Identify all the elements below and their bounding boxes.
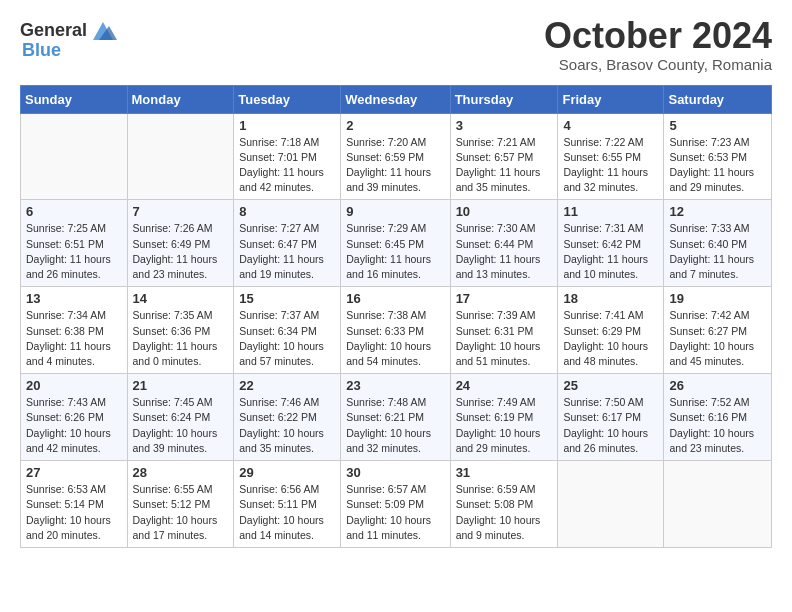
day-number: 27 — [26, 465, 122, 480]
day-detail: Sunrise: 7:49 AM Sunset: 6:19 PM Dayligh… — [456, 395, 553, 456]
day-number: 10 — [456, 204, 553, 219]
day-detail: Sunrise: 7:39 AM Sunset: 6:31 PM Dayligh… — [456, 308, 553, 369]
weekday-header: Thursday — [450, 85, 558, 113]
logo: General Blue — [20, 16, 117, 61]
day-detail: Sunrise: 7:30 AM Sunset: 6:44 PM Dayligh… — [456, 221, 553, 282]
day-detail: Sunrise: 7:33 AM Sunset: 6:40 PM Dayligh… — [669, 221, 766, 282]
calendar-cell: 1Sunrise: 7:18 AM Sunset: 7:01 PM Daylig… — [234, 113, 341, 200]
day-detail: Sunrise: 7:29 AM Sunset: 6:45 PM Dayligh… — [346, 221, 444, 282]
calendar-cell: 16Sunrise: 7:38 AM Sunset: 6:33 PM Dayli… — [341, 287, 450, 374]
day-number: 13 — [26, 291, 122, 306]
calendar-cell — [127, 113, 234, 200]
calendar-cell: 27Sunrise: 6:53 AM Sunset: 5:14 PM Dayli… — [21, 461, 128, 548]
day-number: 21 — [133, 378, 229, 393]
day-detail: Sunrise: 7:52 AM Sunset: 6:16 PM Dayligh… — [669, 395, 766, 456]
day-detail: Sunrise: 7:46 AM Sunset: 6:22 PM Dayligh… — [239, 395, 335, 456]
header: General Blue October 2024 Soars, Brasov … — [20, 16, 772, 73]
day-number: 7 — [133, 204, 229, 219]
weekday-header: Sunday — [21, 85, 128, 113]
day-number: 24 — [456, 378, 553, 393]
day-detail: Sunrise: 6:55 AM Sunset: 5:12 PM Dayligh… — [133, 482, 229, 543]
day-detail: Sunrise: 6:59 AM Sunset: 5:08 PM Dayligh… — [456, 482, 553, 543]
calendar-cell: 28Sunrise: 6:55 AM Sunset: 5:12 PM Dayli… — [127, 461, 234, 548]
calendar-cell: 4Sunrise: 7:22 AM Sunset: 6:55 PM Daylig… — [558, 113, 664, 200]
calendar-cell: 22Sunrise: 7:46 AM Sunset: 6:22 PM Dayli… — [234, 374, 341, 461]
day-number: 16 — [346, 291, 444, 306]
calendar-cell — [558, 461, 664, 548]
calendar-cell: 24Sunrise: 7:49 AM Sunset: 6:19 PM Dayli… — [450, 374, 558, 461]
day-detail: Sunrise: 7:35 AM Sunset: 6:36 PM Dayligh… — [133, 308, 229, 369]
calendar-header-row: SundayMondayTuesdayWednesdayThursdayFrid… — [21, 85, 772, 113]
day-number: 20 — [26, 378, 122, 393]
calendar-week-row: 1Sunrise: 7:18 AM Sunset: 7:01 PM Daylig… — [21, 113, 772, 200]
day-detail: Sunrise: 7:18 AM Sunset: 7:01 PM Dayligh… — [239, 135, 335, 196]
calendar-cell: 19Sunrise: 7:42 AM Sunset: 6:27 PM Dayli… — [664, 287, 772, 374]
calendar-cell: 7Sunrise: 7:26 AM Sunset: 6:49 PM Daylig… — [127, 200, 234, 287]
calendar-week-row: 6Sunrise: 7:25 AM Sunset: 6:51 PM Daylig… — [21, 200, 772, 287]
day-detail: Sunrise: 7:25 AM Sunset: 6:51 PM Dayligh… — [26, 221, 122, 282]
calendar-cell: 14Sunrise: 7:35 AM Sunset: 6:36 PM Dayli… — [127, 287, 234, 374]
calendar-cell: 21Sunrise: 7:45 AM Sunset: 6:24 PM Dayli… — [127, 374, 234, 461]
day-detail: Sunrise: 7:22 AM Sunset: 6:55 PM Dayligh… — [563, 135, 658, 196]
day-number: 23 — [346, 378, 444, 393]
calendar-cell: 10Sunrise: 7:30 AM Sunset: 6:44 PM Dayli… — [450, 200, 558, 287]
day-detail: Sunrise: 7:41 AM Sunset: 6:29 PM Dayligh… — [563, 308, 658, 369]
calendar-cell: 20Sunrise: 7:43 AM Sunset: 6:26 PM Dayli… — [21, 374, 128, 461]
calendar-cell: 17Sunrise: 7:39 AM Sunset: 6:31 PM Dayli… — [450, 287, 558, 374]
weekday-header: Monday — [127, 85, 234, 113]
day-number: 1 — [239, 118, 335, 133]
calendar-cell: 2Sunrise: 7:20 AM Sunset: 6:59 PM Daylig… — [341, 113, 450, 200]
weekday-header: Saturday — [664, 85, 772, 113]
logo-icon — [89, 16, 117, 44]
day-detail: Sunrise: 7:21 AM Sunset: 6:57 PM Dayligh… — [456, 135, 553, 196]
calendar-cell: 13Sunrise: 7:34 AM Sunset: 6:38 PM Dayli… — [21, 287, 128, 374]
weekday-header: Friday — [558, 85, 664, 113]
month-title: October 2024 — [544, 16, 772, 56]
day-detail: Sunrise: 7:38 AM Sunset: 6:33 PM Dayligh… — [346, 308, 444, 369]
day-number: 12 — [669, 204, 766, 219]
calendar-cell: 5Sunrise: 7:23 AM Sunset: 6:53 PM Daylig… — [664, 113, 772, 200]
calendar-cell — [664, 461, 772, 548]
day-detail: Sunrise: 6:56 AM Sunset: 5:11 PM Dayligh… — [239, 482, 335, 543]
day-number: 9 — [346, 204, 444, 219]
calendar-cell: 31Sunrise: 6:59 AM Sunset: 5:08 PM Dayli… — [450, 461, 558, 548]
calendar-cell: 6Sunrise: 7:25 AM Sunset: 6:51 PM Daylig… — [21, 200, 128, 287]
calendar-cell — [21, 113, 128, 200]
day-number: 19 — [669, 291, 766, 306]
day-number: 29 — [239, 465, 335, 480]
location: Soars, Brasov County, Romania — [544, 56, 772, 73]
day-detail: Sunrise: 7:43 AM Sunset: 6:26 PM Dayligh… — [26, 395, 122, 456]
day-detail: Sunrise: 6:57 AM Sunset: 5:09 PM Dayligh… — [346, 482, 444, 543]
day-detail: Sunrise: 7:37 AM Sunset: 6:34 PM Dayligh… — [239, 308, 335, 369]
calendar-cell: 15Sunrise: 7:37 AM Sunset: 6:34 PM Dayli… — [234, 287, 341, 374]
day-number: 4 — [563, 118, 658, 133]
page: General Blue October 2024 Soars, Brasov … — [0, 0, 792, 568]
calendar-week-row: 20Sunrise: 7:43 AM Sunset: 6:26 PM Dayli… — [21, 374, 772, 461]
day-detail: Sunrise: 7:48 AM Sunset: 6:21 PM Dayligh… — [346, 395, 444, 456]
calendar-table: SundayMondayTuesdayWednesdayThursdayFrid… — [20, 85, 772, 548]
calendar-cell: 29Sunrise: 6:56 AM Sunset: 5:11 PM Dayli… — [234, 461, 341, 548]
day-detail: Sunrise: 7:31 AM Sunset: 6:42 PM Dayligh… — [563, 221, 658, 282]
day-detail: Sunrise: 7:20 AM Sunset: 6:59 PM Dayligh… — [346, 135, 444, 196]
logo-blue-text: Blue — [22, 40, 61, 61]
calendar-cell: 8Sunrise: 7:27 AM Sunset: 6:47 PM Daylig… — [234, 200, 341, 287]
day-number: 2 — [346, 118, 444, 133]
day-number: 5 — [669, 118, 766, 133]
calendar-cell: 23Sunrise: 7:48 AM Sunset: 6:21 PM Dayli… — [341, 374, 450, 461]
day-number: 25 — [563, 378, 658, 393]
weekday-header: Tuesday — [234, 85, 341, 113]
day-detail: Sunrise: 7:50 AM Sunset: 6:17 PM Dayligh… — [563, 395, 658, 456]
logo-general-text: General — [20, 20, 87, 41]
calendar-cell: 18Sunrise: 7:41 AM Sunset: 6:29 PM Dayli… — [558, 287, 664, 374]
day-detail: Sunrise: 7:34 AM Sunset: 6:38 PM Dayligh… — [26, 308, 122, 369]
day-number: 3 — [456, 118, 553, 133]
day-number: 22 — [239, 378, 335, 393]
calendar-week-row: 27Sunrise: 6:53 AM Sunset: 5:14 PM Dayli… — [21, 461, 772, 548]
calendar-cell: 12Sunrise: 7:33 AM Sunset: 6:40 PM Dayli… — [664, 200, 772, 287]
day-number: 11 — [563, 204, 658, 219]
day-detail: Sunrise: 7:26 AM Sunset: 6:49 PM Dayligh… — [133, 221, 229, 282]
calendar-week-row: 13Sunrise: 7:34 AM Sunset: 6:38 PM Dayli… — [21, 287, 772, 374]
title-block: October 2024 Soars, Brasov County, Roman… — [544, 16, 772, 73]
weekday-header: Wednesday — [341, 85, 450, 113]
day-detail: Sunrise: 7:45 AM Sunset: 6:24 PM Dayligh… — [133, 395, 229, 456]
